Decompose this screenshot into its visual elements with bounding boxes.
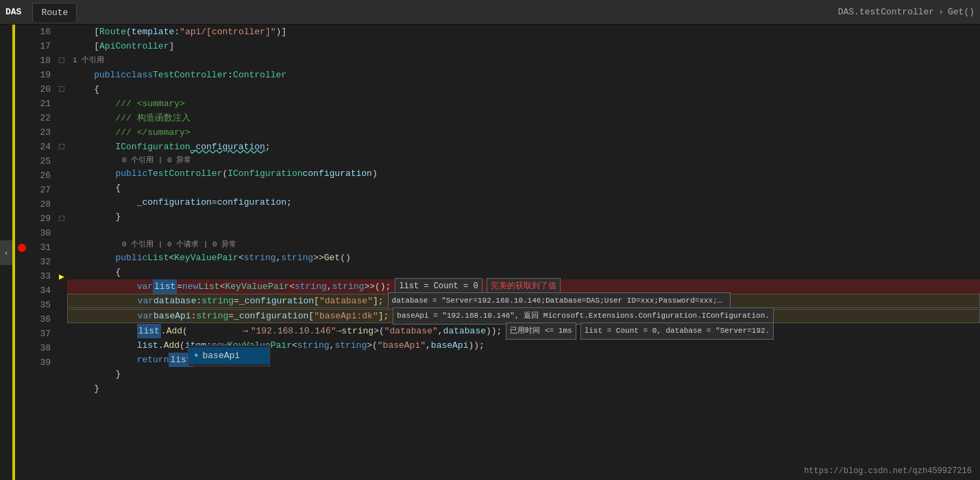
ac-icon: ● [194, 349, 199, 363]
fold-icon-29[interactable]: □ [56, 212, 67, 226]
collapse-panel: ‹ [0, 25, 12, 480]
ref-count-18: 1 个引用 [67, 53, 980, 68]
code-content[interactable]: [Route(template:"api/[controller]")] [Ap… [67, 25, 980, 480]
line-num-31[interactable]: 31 [15, 240, 56, 255]
line-num-32: 32 [15, 255, 56, 269]
code-line-31: var list = new List<KeyValuePair<string,… [67, 279, 980, 294]
fold-icon-24[interactable]: □ [56, 140, 67, 154]
line-num-23: 23 [15, 125, 56, 140]
code-line-26: _configuration = configuration; [67, 195, 980, 210]
line-num-36: 36 [15, 312, 56, 327]
collapse-button[interactable]: ‹ [0, 240, 12, 265]
code-line-21: /// 构造函数注入 [67, 111, 980, 125]
line-num-35: 35 [15, 298, 56, 312]
line-num-17: 17 [15, 39, 56, 53]
code-line-20: /// <summary> [67, 97, 980, 111]
code-line-34: list.Add( ● baseApi → "192.168.10.146" →… [67, 324, 980, 338]
autocomplete-item-baseapi[interactable]: ● baseApi [188, 347, 269, 364]
ref-count-23-text: 0 个引用 | 0 异常 [122, 154, 191, 166]
ref-count-23: 0 个引用 | 0 异常 [67, 154, 980, 166]
line-num-29: 29 [15, 212, 56, 226]
line-num-19: 19 [15, 68, 56, 82]
line-num-27: 27 [15, 183, 56, 197]
line-num-33: 33 [15, 269, 56, 283]
line-num-30: 30 [15, 226, 56, 240]
line-num-24: 24 [15, 140, 56, 154]
fold-16 [56, 25, 67, 39]
line-num-28: 28 [15, 197, 56, 212]
line-num-18: 18 [15, 53, 56, 68]
editor-area: ‹ 16 17 18 19 20 21 22 23 24 25 26 27 28… [0, 25, 980, 480]
code-line-18: public class TestController : Controller [67, 68, 980, 82]
ref-count-18-text: 1 个引用 [73, 53, 104, 68]
code-line-38: } [67, 381, 980, 396]
tab-route-label: Route [41, 8, 68, 18]
das-label: DAS [5, 7, 21, 17]
tooltip-line34-time: 已用时间 <= 1ms [506, 323, 576, 340]
code-line-25: { [67, 181, 980, 195]
code-line-22: /// </summary> [67, 125, 980, 140]
code-line-28 [67, 224, 980, 238]
ac-item-label: baseApi [202, 349, 240, 363]
code-line-19: { [67, 82, 980, 97]
tab-separator: › [938, 7, 944, 17]
code-line-33: var baseApi:string = _configuration["bas… [67, 309, 980, 323]
fold-icon-20[interactable]: □ [56, 82, 67, 97]
tooltip-line34-right: list = Count = 0, database = "Server=192… [580, 323, 774, 340]
top-bar-left: DAS Route [5, 3, 77, 22]
top-bar: DAS Route DAS.testController › Get() [0, 0, 980, 25]
code-line-32: var database:string = _configuration["da… [67, 294, 980, 308]
line-num-21: 21 [15, 97, 56, 111]
tab-method-label: Get() [948, 7, 975, 17]
ref-count-29: 0 个引用 | 0 个请求 | 0 异常 [67, 238, 980, 251]
bottom-url: https://blog.csdn.net/qzh459927216 [804, 466, 972, 476]
line-num-34: 34 [15, 283, 56, 298]
autocomplete-popup[interactable]: ● baseApi [188, 345, 270, 366]
line-num-39: 39 [15, 355, 56, 370]
code-line-17: [ApiController] [67, 39, 980, 53]
top-bar-right: DAS.testController › Get() [838, 7, 975, 17]
code-line-37: } [67, 367, 980, 381]
line-num-16: 16 [15, 25, 56, 39]
line-num-38: 38 [15, 341, 56, 355]
line-num-25: 25 [15, 154, 56, 168]
arrow-33: ▶ [56, 269, 67, 283]
fold-icon-18[interactable]: □ [56, 53, 67, 68]
line-numbers: 16 17 18 19 20 21 22 23 24 25 26 27 28 2… [15, 25, 56, 480]
line-num-26: 26 [15, 168, 56, 183]
line-num-22: 22 [15, 111, 56, 125]
code-line-23: IConfiguration _configuration; [67, 140, 980, 154]
fold-column: □ □ □ □ ▶ [56, 25, 67, 480]
tab-controller-label: DAS.testController [838, 7, 934, 17]
ref-count-29-text: 0 个引用 | 0 个请求 | 0 异常 [122, 238, 236, 251]
line-num-37: 37 [15, 327, 56, 341]
code-line-27: } [67, 210, 980, 224]
line-num-20: 20 [15, 82, 56, 97]
code-line-29: public List<KeyValuePair<string,string>>… [67, 251, 980, 265]
code-line-16: [Route(template:"api/[controller]")] [67, 25, 980, 39]
tab-route[interactable]: Route [32, 3, 77, 22]
code-line-24: public TestController(IConfiguration con… [67, 166, 980, 181]
code-line-39 [67, 396, 980, 410]
code-line-30: { [67, 265, 980, 279]
fold-17 [56, 39, 67, 53]
